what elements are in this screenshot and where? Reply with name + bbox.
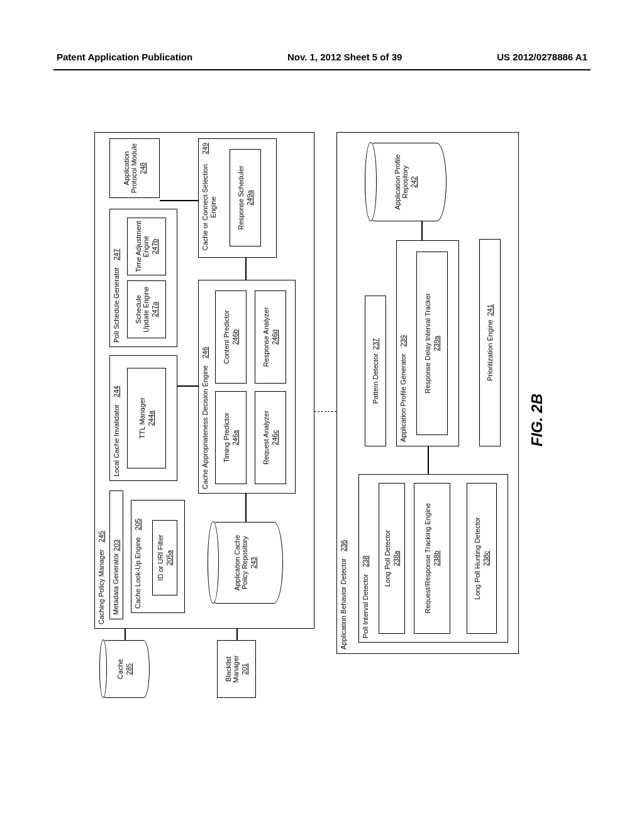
cade-label: Cache Appropriateness Decision Engine — [201, 365, 209, 489]
pattern-detector-box: Pattern Detector 237 — [365, 296, 386, 446]
conn-cpm-abd-dash — [314, 411, 336, 412]
diagram: Cache 285 Blacklist Manager 201 Caching … — [25, 201, 591, 629]
lci-label: Local Cache Invalidator — [113, 404, 121, 477]
lph-ref: 238c — [482, 551, 491, 566]
ttl-manager-label: TTL Manager — [138, 397, 147, 439]
lph-label: Long Poll Hunting Detector — [474, 517, 482, 599]
pid-ref: 238 — [362, 555, 370, 567]
sue-label: Schedule Update Engine — [135, 284, 150, 335]
ttl-manager-ref: 244a — [147, 411, 155, 426]
metadata-generator-label: Metadata Generator — [112, 553, 120, 615]
metadata-generator-ref: 203 — [113, 540, 121, 551]
tae-label: Time Adjustment Engine — [135, 221, 150, 272]
conn-pid-apg — [428, 446, 429, 474]
ra-label: Request Analyzer — [262, 411, 270, 465]
req-resp-tracking-box: Request/Response Tracking Engine 238b — [414, 483, 450, 634]
metadata-generator-box: Metadata Generator 203 — [109, 490, 123, 619]
timing-predictor-box: Timing Predictor 246a — [215, 391, 247, 484]
content-predictor-box: Content Predictor 246b — [215, 290, 247, 384]
ra-ref: 246c — [271, 430, 279, 445]
lci-ref: 244 — [113, 386, 121, 397]
lpd-ref: 238a — [392, 551, 401, 566]
conn-apg-repo — [421, 221, 423, 240]
pe-label: Prioritization Engine — [486, 319, 494, 381]
cpm-ref: 245 — [97, 531, 106, 542]
rdit-ref: 239a — [433, 336, 441, 351]
resp-delay-tracker-box: Response Delay Interval Tracker 239a — [416, 252, 448, 435]
app-cache-policy-repo-cylinder: Application Cache Policy Repository 243 — [208, 522, 283, 604]
ccs-ref: 249 — [201, 143, 209, 154]
app-protocol-module-box: Application Protocol Module 248 — [109, 138, 160, 198]
rad-ref: 246d — [271, 329, 279, 345]
apr-ref: 242 — [410, 176, 418, 187]
cpm-label: Caching Policy Manager — [97, 550, 106, 624]
cp-label: Content Predictor — [223, 310, 231, 364]
rad-label: Response Analyzer — [262, 307, 270, 367]
id-uri-filter-box: ID or URI Filter 205a — [152, 520, 177, 595]
blacklist-manager-ref: 201 — [241, 663, 249, 675]
pid-label: Poll Interval Detector — [362, 574, 370, 638]
cache-ref: 285 — [125, 663, 133, 675]
response-analyzer-box: Response Analyzer 246d — [255, 290, 286, 384]
apg-ref: 239 — [399, 335, 408, 346]
cp-ref: 246b — [231, 329, 240, 345]
psg-label: Poll Schedule Generator — [113, 267, 121, 343]
rrt-ref: 238b — [433, 551, 441, 566]
id-uri-filter-ref: 205a — [165, 550, 174, 565]
prioritization-engine-box: Prioritization Engine 241 — [479, 239, 501, 446]
id-uri-filter-label: ID or URI Filter — [157, 534, 165, 580]
sue-ref: 247a — [151, 302, 159, 317]
pd-label: Pattern Detector — [372, 353, 380, 404]
apg-label: Application Profile Generator — [399, 353, 408, 442]
cache-lookup-ref: 205 — [134, 519, 142, 530]
cache-label: Cache — [116, 659, 125, 679]
blacklist-manager-box: Blacklist Manager 201 — [217, 640, 256, 698]
conn-repo-cade — [245, 494, 247, 522]
acpr-ref: 243 — [250, 557, 258, 568]
long-poll-hunting-box: Long Poll Hunting Detector 238c — [467, 483, 497, 634]
tp-label: Timing Predictor — [223, 412, 231, 463]
figure-label: FIG. 2B — [528, 394, 546, 446]
blacklist-manager-label: Blacklist Manager — [225, 643, 240, 695]
request-analyzer-box: Request Analyzer 246c — [255, 391, 286, 484]
conn-cache-cpm — [125, 629, 126, 640]
time-adjustment-engine-box: Time Adjustment Engine 247b — [127, 218, 166, 275]
acpr-label: Application Cache Policy Repository — [233, 525, 249, 600]
response-scheduler-box: Response Scheduler 249a — [230, 149, 261, 246]
conn-cpm-top-cade — [177, 386, 198, 387]
cache-cylinder: Cache 285 — [99, 640, 150, 698]
pe-ref: 241 — [486, 304, 494, 316]
ttl-manager-box: TTL Manager 244a — [127, 368, 166, 468]
header-rule — [53, 69, 591, 70]
abd-ref: 236 — [340, 540, 348, 551]
conn-cade-ccs — [245, 258, 247, 280]
tp-ref: 246a — [231, 430, 240, 445]
tae-ref: 247b — [151, 239, 159, 254]
rdit-label: Response Delay Interval Tracker — [424, 293, 432, 394]
app-profile-repo-cylinder: Application Profile Repository 242 — [365, 143, 447, 221]
rs-ref: 249a — [246, 190, 254, 205]
lpd-label: Long Poll Detector — [384, 530, 392, 587]
abd-label: Application Behavior Detector — [340, 558, 348, 650]
header-center: Nov. 1, 2012 Sheet 5 of 39 — [287, 52, 402, 62]
page-header: Patent Application Publication Nov. 1, 2… — [0, 52, 644, 62]
rrt-label: Request/Response Tracking Engine — [424, 503, 432, 614]
schedule-update-engine-box: Schedule Update Engine 247a — [127, 280, 166, 338]
apm-ref: 248 — [139, 162, 147, 174]
psg-ref: 247 — [113, 249, 121, 260]
ccs-label: Cache or Connect Selection Engine — [201, 161, 217, 253]
apr-label: Application Profile Repository — [394, 146, 409, 218]
conn-apm-ccs — [160, 201, 198, 202]
header-right: US 2012/0278886 A1 — [497, 52, 587, 62]
cade-ref: 246 — [201, 347, 209, 358]
conn-blacklist-cpm — [236, 629, 238, 640]
apm-label: Application Protocol Module — [123, 141, 138, 195]
long-poll-detector-box: Long Poll Detector 238a — [379, 483, 405, 634]
header-left: Patent Application Publication — [57, 52, 192, 62]
pd-ref: 237 — [372, 338, 380, 350]
rs-label: Response Scheduler — [237, 165, 245, 230]
cache-lookup-label: Cache Look-Up Engine — [134, 537, 142, 609]
